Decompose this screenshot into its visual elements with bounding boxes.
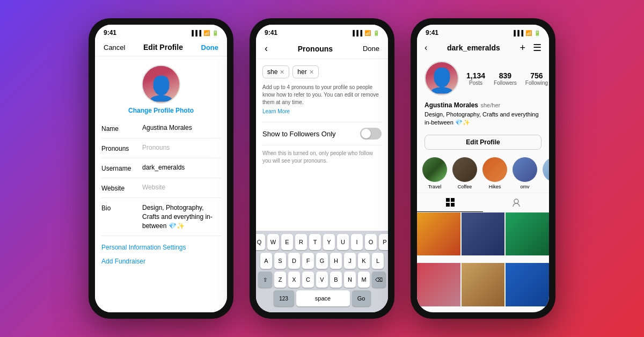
tab-grid[interactable] bbox=[417, 193, 483, 212]
key-space[interactable]: space bbox=[296, 290, 350, 306]
key-f[interactable]: F bbox=[302, 253, 314, 269]
key-123[interactable]: 123 bbox=[274, 290, 294, 306]
key-m[interactable]: M bbox=[358, 272, 370, 288]
menu-icon[interactable]: ☰ bbox=[533, 42, 541, 54]
key-b[interactable]: B bbox=[330, 272, 342, 288]
profile-fields: Name Agustina Morales Pronouns Pronouns … bbox=[95, 119, 227, 236]
pronouns-screen: ‹ Pronouns Done she ✕ her ✕ Add up to 4 … bbox=[256, 39, 388, 231]
key-p[interactable]: P bbox=[379, 234, 388, 250]
key-go[interactable]: Go bbox=[352, 290, 371, 306]
show-followers-toggle-row: Show to Followers Only bbox=[262, 122, 382, 145]
photo-grid bbox=[417, 213, 549, 312]
show-followers-toggle[interactable] bbox=[360, 128, 382, 140]
edit-profile-header: Cancel Edit Profile Done bbox=[95, 39, 227, 56]
keyboard: Q W E R T Y U I O P A S D F G H J K L bbox=[256, 231, 388, 312]
tag-her-remove[interactable]: ✕ bbox=[309, 69, 314, 76]
key-i[interactable]: I bbox=[351, 234, 363, 250]
key-r[interactable]: R bbox=[295, 234, 307, 250]
pronoun-tag-she: she ✕ bbox=[262, 65, 289, 78]
bio-value[interactable]: Design, Photography, Crafts and everythi… bbox=[142, 203, 221, 230]
name-value[interactable]: Agustina Morales bbox=[142, 124, 221, 131]
posts-count: 1,134 bbox=[466, 71, 485, 80]
keyboard-row-2: A S D F G H J K L bbox=[258, 253, 386, 269]
highlight-circle-travel bbox=[422, 157, 447, 182]
add-icon[interactable]: + bbox=[519, 42, 525, 54]
status-icons-3: ▐▐▐ 📶 🔋 bbox=[512, 30, 540, 36]
key-u[interactable]: U bbox=[337, 234, 349, 250]
edit-profile-button-p3[interactable]: Edit Profile bbox=[425, 135, 541, 150]
key-n[interactable]: N bbox=[344, 272, 356, 288]
highlight-circle-omv bbox=[513, 157, 537, 182]
key-a[interactable]: A bbox=[260, 253, 272, 269]
key-h[interactable]: H bbox=[330, 253, 342, 269]
highlight-omv[interactable]: omv bbox=[513, 157, 537, 189]
key-k[interactable]: K bbox=[358, 253, 370, 269]
posts-label: Posts bbox=[466, 80, 485, 86]
back-button-3[interactable]: ‹ bbox=[425, 43, 427, 53]
cancel-button[interactable]: Cancel bbox=[104, 43, 125, 52]
pronouns-done-button[interactable]: Done bbox=[363, 45, 379, 53]
highlight-hikes[interactable]: Hikes bbox=[482, 157, 507, 189]
highlight-circle-extra bbox=[543, 157, 549, 182]
key-shift[interactable]: ⇧ bbox=[258, 272, 272, 288]
highlight-label-omv: omv bbox=[520, 184, 529, 189]
key-c[interactable]: C bbox=[302, 272, 314, 288]
key-o[interactable]: O bbox=[365, 234, 377, 250]
tag-she-remove[interactable]: ✕ bbox=[280, 69, 284, 76]
key-delete[interactable]: ⌫ bbox=[372, 272, 386, 288]
avatar[interactable]: 👤 bbox=[142, 65, 180, 104]
website-label: Website bbox=[101, 184, 138, 192]
back-button-2[interactable]: ‹ bbox=[265, 43, 268, 54]
photo-cell-1[interactable] bbox=[417, 213, 460, 256]
profile-avatar-lg[interactable]: 👤 bbox=[425, 61, 459, 96]
key-t[interactable]: T bbox=[309, 234, 321, 250]
key-z[interactable]: Z bbox=[274, 272, 286, 288]
learn-more-link[interactable]: Learn More bbox=[262, 108, 382, 114]
personal-info-link[interactable]: Personal Information Settings bbox=[95, 236, 227, 254]
svg-rect-1 bbox=[451, 198, 455, 202]
highlight-coffee[interactable]: Coffee bbox=[452, 157, 477, 189]
toggle-label: Show to Followers Only bbox=[262, 130, 336, 138]
profile-full-name: Agustina Morales bbox=[425, 101, 478, 109]
bio-label: Bio bbox=[101, 203, 138, 212]
website-placeholder[interactable]: Website bbox=[142, 184, 221, 191]
pronouns-label: Pronouns bbox=[101, 144, 138, 152]
key-s[interactable]: S bbox=[274, 253, 286, 269]
username-value[interactable]: dark_emeralds bbox=[142, 164, 221, 171]
done-button[interactable]: Done bbox=[201, 43, 219, 52]
highlight-travel[interactable]: Travel bbox=[422, 157, 447, 189]
photo-cell-3[interactable] bbox=[506, 213, 549, 256]
add-fundraiser-link[interactable]: Add Fundraiser bbox=[95, 254, 227, 268]
highlight-label-coffee: Coffee bbox=[458, 184, 472, 189]
tag-her-label: her bbox=[297, 68, 306, 76]
photo-cell-4[interactable] bbox=[417, 263, 460, 306]
key-j[interactable]: J bbox=[344, 253, 356, 269]
followers-label: Followers bbox=[494, 80, 517, 86]
pronouns-placeholder[interactable]: Pronouns bbox=[142, 144, 221, 151]
key-w[interactable]: W bbox=[267, 234, 279, 250]
key-y[interactable]: Y bbox=[323, 234, 335, 250]
key-d[interactable]: D bbox=[288, 253, 300, 269]
key-x[interactable]: X bbox=[288, 272, 300, 288]
followers-count: 839 bbox=[494, 71, 517, 80]
key-e[interactable]: E bbox=[281, 234, 293, 250]
key-l[interactable]: L bbox=[372, 253, 384, 269]
svg-rect-0 bbox=[446, 198, 450, 202]
username-field-row: Username dark_emeralds bbox=[101, 158, 221, 178]
highlight-extra[interactable]: C... bbox=[543, 157, 549, 189]
key-q[interactable]: Q bbox=[256, 234, 265, 250]
key-g[interactable]: G bbox=[316, 253, 328, 269]
change-photo-button[interactable]: Change Profile Photo bbox=[128, 107, 194, 114]
highlight-circle-coffee bbox=[452, 157, 477, 182]
tab-tagged[interactable] bbox=[483, 193, 549, 212]
key-v[interactable]: V bbox=[316, 272, 328, 288]
photo-cell-6[interactable] bbox=[506, 263, 549, 306]
time-1: 9:41 bbox=[104, 29, 116, 36]
tag-she-label: she bbox=[267, 68, 277, 76]
profile-bio: Design, Photography, Crafts and everythi… bbox=[425, 111, 541, 127]
edit-profile-title: Edit Profile bbox=[143, 43, 183, 52]
phone-2: 9:41 ▐▐▐ 📶 🔋 ‹ Pronouns Done she ✕ bbox=[250, 18, 394, 319]
status-bar-3: 9:41 ▐▐▐ 📶 🔋 bbox=[417, 25, 549, 39]
photo-cell-5[interactable] bbox=[462, 263, 505, 306]
photo-cell-2[interactable] bbox=[462, 213, 505, 256]
